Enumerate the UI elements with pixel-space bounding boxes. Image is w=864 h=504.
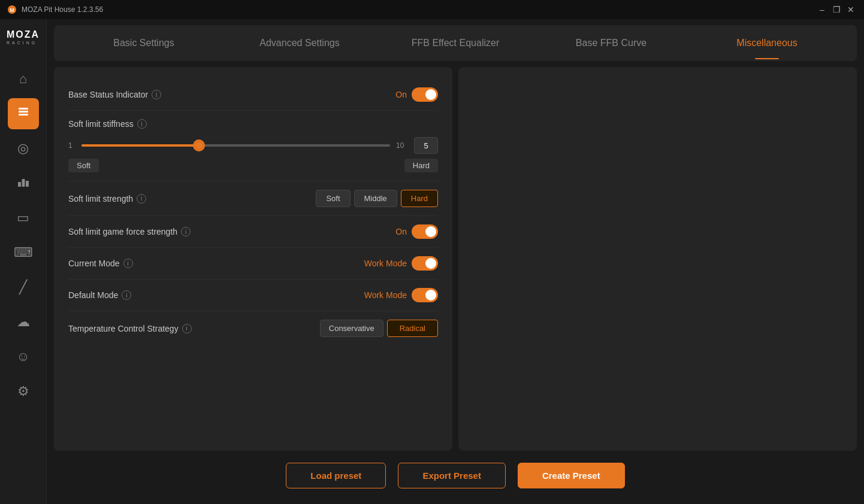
sidebar-item-settings[interactable]: ⚙ — [8, 376, 39, 407]
svg-rect-5 — [18, 182, 21, 187]
current-mode-text: Current Mode — [68, 259, 120, 268]
temp-control-label: Temperature Control Strategy i — [68, 324, 320, 333]
sidebar-item-wheel[interactable] — [8, 98, 39, 129]
slider-soft-button[interactable]: Soft — [68, 159, 99, 172]
sidebar-item-podium[interactable] — [8, 168, 39, 199]
svg-rect-3 — [19, 111, 28, 113]
temp-control-info-icon[interactable]: i — [182, 324, 192, 333]
soft-limit-game-force-text: Soft limit game force strength — [68, 227, 177, 236]
app-icon: M — [7, 5, 17, 14]
default-mode-label: Default Mode i — [68, 290, 364, 300]
tab-advanced[interactable]: Advanced Settings — [222, 32, 377, 54]
soft-limit-middle-button[interactable]: Middle — [354, 190, 397, 207]
base-status-info-icon[interactable]: i — [152, 90, 161, 99]
minimize-button[interactable]: – — [816, 4, 828, 16]
slider-fill — [81, 144, 199, 147]
sidebar-item-profile[interactable]: ☺ — [8, 341, 39, 372]
base-status-toggle[interactable] — [412, 87, 438, 102]
logo-sub: RACING — [7, 41, 40, 45]
sidebar-item-cloud[interactable]: ☁ — [8, 306, 39, 338]
default-mode-toggle[interactable] — [412, 288, 438, 302]
base-status-text: Base Status Indicator — [68, 90, 148, 99]
slider-labels-row: Soft Hard — [68, 159, 438, 172]
tab-ffb-eq[interactable]: FFB Effect Equalizer — [377, 32, 533, 54]
steering-icon: ◎ — [17, 141, 29, 156]
tab-basic[interactable]: Basic Settings — [66, 32, 222, 54]
sidebar-item-stick[interactable]: ╱ — [8, 272, 39, 303]
cloud-icon: ☁ — [17, 314, 30, 330]
soft-limit-strength-text: Soft limit strength — [68, 194, 133, 204]
sidebar-item-steering[interactable]: ◎ — [8, 133, 39, 164]
export-preset-button[interactable]: Export Preset — [398, 463, 506, 488]
soft-limit-game-force-toggle-group: On — [395, 224, 438, 239]
soft-limit-hard-button[interactable]: Hard — [401, 190, 438, 207]
slider-max: 10 — [396, 141, 408, 150]
sidebar: MOZA RACING ⌂ ◎ — [0, 19, 47, 504]
temp-control-btn-group: Conservative Radical — [320, 320, 438, 337]
tab-misc[interactable]: Miscellaneous — [689, 32, 845, 54]
default-mode-info-icon[interactable]: i — [122, 290, 131, 300]
wheel-icon — [16, 105, 31, 123]
slider-min: 1 — [68, 141, 75, 150]
tab-bar: Basic Settings Advanced Settings FFB Eff… — [54, 25, 857, 61]
restore-button[interactable]: ❒ — [830, 4, 842, 16]
soft-limit-game-force-info-icon[interactable]: i — [181, 227, 191, 236]
soft-limit-strength-info-icon[interactable]: i — [137, 194, 146, 204]
sidebar-item-display[interactable]: ▭ — [8, 202, 39, 233]
current-mode-toggle-group: Work Mode — [364, 256, 438, 271]
panels-row: Base Status Indicator i On Soft limit st… — [54, 67, 857, 451]
tab-base-ffb[interactable]: Base FFB Curve — [533, 32, 689, 54]
app-title: MOZA Pit House 1.2.3.56 — [22, 5, 103, 14]
setting-soft-limit-strength: Soft limit strength i Soft Middle Hard — [68, 181, 438, 216]
soft-limit-game-force-toggle[interactable] — [412, 224, 438, 239]
create-preset-button[interactable]: Create Preset — [518, 463, 625, 488]
svg-rect-6 — [22, 179, 25, 187]
base-status-label: Base Status Indicator i — [68, 90, 395, 99]
current-mode-toggle-label: Work Mode — [364, 259, 407, 268]
left-panel: Base Status Indicator i On Soft limit st… — [54, 67, 452, 451]
soft-limit-soft-button[interactable]: Soft — [316, 190, 350, 207]
bottom-bar: Load preset Export Preset Create Preset — [54, 457, 857, 498]
settings-icon: ⚙ — [17, 384, 29, 399]
logo-text: MOZA — [7, 30, 40, 40]
sidebar-item-home[interactable]: ⌂ — [8, 63, 39, 95]
soft-limit-stiffness-label: Soft limit stiffness i — [68, 119, 438, 129]
current-mode-info-icon[interactable]: i — [123, 259, 133, 268]
slider-hard-button[interactable]: Hard — [404, 159, 438, 172]
close-button[interactable]: ✕ — [845, 4, 857, 16]
soft-limit-game-force-toggle-label: On — [395, 227, 407, 236]
display-icon: ▭ — [17, 210, 29, 226]
setting-base-status: Base Status Indicator i On — [68, 79, 438, 111]
podium-icon — [16, 174, 31, 192]
slider-row: 1 10 5 — [68, 137, 438, 154]
soft-limit-strength-btn-group: Soft Middle Hard — [316, 190, 438, 207]
app-body: MOZA RACING ⌂ ◎ — [0, 19, 864, 504]
stick-icon: ╱ — [19, 280, 27, 295]
slider-value[interactable]: 5 — [414, 137, 438, 154]
right-panel — [458, 67, 857, 451]
content-area: Basic Settings Advanced Settings FFB Eff… — [47, 19, 864, 504]
keyboard-icon: ⌨ — [14, 245, 33, 260]
home-icon: ⌂ — [19, 71, 27, 87]
load-preset-button[interactable]: Load preset — [286, 463, 386, 488]
default-mode-text: Default Mode — [68, 290, 118, 300]
soft-limit-strength-label: Soft limit strength i — [68, 194, 316, 204]
temp-control-text: Temperature Control Strategy — [68, 324, 179, 333]
soft-limit-stiffness-section: Soft limit stiffness i 1 10 5 — [68, 111, 438, 181]
setting-soft-limit-game-force: Soft limit game force strength i On — [68, 216, 438, 248]
logo: MOZA RACING — [2, 25, 44, 50]
setting-temp-control: Temperature Control Strategy i Conservat… — [68, 311, 438, 345]
soft-limit-stiffness-info-icon[interactable]: i — [137, 119, 147, 129]
window-controls: – ❒ ✕ — [816, 4, 857, 16]
current-mode-toggle[interactable] — [412, 256, 438, 271]
slider-thumb[interactable] — [193, 139, 205, 151]
slider-track — [81, 144, 390, 147]
sidebar-item-keyboard[interactable]: ⌨ — [8, 237, 39, 268]
temp-radical-button[interactable]: Radical — [387, 320, 438, 337]
soft-limit-stiffness-text: Soft limit stiffness — [68, 119, 134, 129]
slider-container[interactable] — [81, 139, 390, 151]
default-mode-toggle-group: Work Mode — [364, 288, 438, 302]
current-mode-label: Current Mode i — [68, 259, 364, 268]
temp-conservative-button[interactable]: Conservative — [320, 320, 383, 337]
svg-text:M: M — [10, 7, 14, 13]
